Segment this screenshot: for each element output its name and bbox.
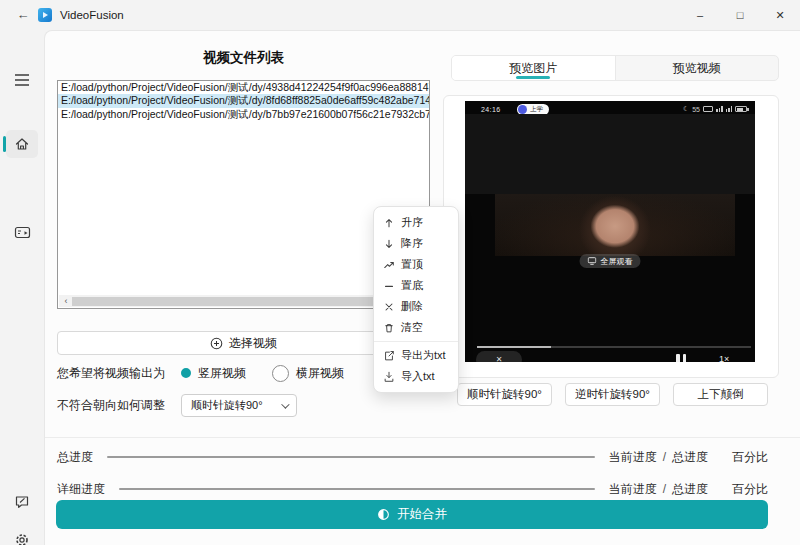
signal-icon-2 [726,106,733,112]
badge-logo-icon [518,105,527,114]
detail-progress-row: 详细进度 当前进度 / 总进度 百分比 [57,481,768,497]
arrow-down-icon [383,238,395,250]
fullscreen-pill-label: 全屏观看 [601,256,633,267]
plus-circle-icon [210,337,223,350]
menu-item-import-txt[interactable]: 导入txt [374,366,458,387]
current-progress-text: 当前进度 [609,481,657,498]
pause-icon [676,354,686,362]
detail-progress-label: 详细进度 [57,481,105,498]
total-progress-track [107,456,595,458]
menu-item-move-bottom[interactable]: 置底 [374,275,458,296]
hd-icon [703,106,713,112]
menu-label: 导入txt [401,369,435,384]
app-title: VideoFusion [60,9,124,21]
menu-label: 置顶 [401,257,423,272]
radio-landscape-label: 横屏视频 [296,365,344,382]
video-progress-bar [477,346,751,348]
menu-item-delete[interactable]: 删除 [374,296,458,317]
menu-separator [374,341,458,342]
menu-label: 升序 [401,215,423,230]
phone-clock: 24:16 [481,106,501,113]
app-logo-icon [38,8,52,22]
active-tab-underline [516,76,550,79]
orientation-adjust-row: 不符合朝向如何调整 顺时针旋转90° [57,394,297,417]
file-row[interactable]: E:/load/python/Project/VideoFusion/测试/dy… [58,81,429,94]
percent-text: 百分比 [732,481,768,498]
menu-label: 置底 [401,278,423,293]
menu-label: 删除 [401,299,423,314]
trash-icon [383,322,395,334]
total-progress-text: 总进度 [672,449,708,466]
merge-eye-icon [377,508,390,521]
scrollbar-thumb[interactable] [72,297,404,306]
chevron-down-icon [281,400,289,408]
file-list-title: 视频文件列表 [57,49,430,67]
slash-text: / [663,450,666,464]
rotate-buttons-row: 顺时针旋转90° 逆时针旋转90° 上下颠倒 [457,383,768,406]
menu-item-sort-asc[interactable]: 升序 [374,212,458,233]
start-merge-button[interactable]: 开始合并 [56,500,768,529]
close-button[interactable]: ✕ [760,0,800,30]
preview-card: 24:16 上学 ☾ 55 全屏观看 ✕ 1× [443,95,779,378]
radio-checked-icon[interactable] [181,368,191,378]
tab-preview-image-label: 预览图片 [509,60,557,77]
rotate-ccw-button[interactable]: 逆时针旋转90° [565,383,660,406]
video-preview-image: 24:16 上学 ☾ 55 全屏观看 ✕ 1× [465,101,755,362]
x-icon [383,301,395,313]
back-arrow-icon[interactable]: ← [14,6,32,24]
radio-landscape[interactable]: 横屏视频 [272,365,344,382]
rotation-dropdown-value: 顺时针旋转90° [191,398,263,413]
export-icon [383,350,395,362]
detail-progress-track [119,488,595,490]
total-progress-text: 总进度 [672,481,708,498]
select-video-label: 选择视频 [229,335,277,352]
menu-label: 导出为txt [401,348,446,363]
menu-item-sort-desc[interactable]: 降序 [374,233,458,254]
close-glyph: ✕ [496,355,503,362]
radio-portrait[interactable]: 竖屏视频 [181,365,246,382]
menu-item-move-top[interactable]: 置顶 [374,254,458,275]
video-frame-person [495,194,735,256]
flip-vertical-button[interactable]: 上下颠倒 [673,383,768,406]
file-row-selected[interactable]: E:/load/python/Project/VideoFusion/测试/dy… [58,94,429,107]
radio-unchecked-icon[interactable] [272,365,289,382]
hamburger-menu-icon[interactable] [0,66,44,94]
app-window: ← VideoFusion – □ ✕ 视频文件列表 E:/load [0,0,800,545]
menu-item-clear[interactable]: 清空 [374,317,458,338]
moon-icon: ☾ [683,105,689,113]
feedback-icon[interactable] [0,488,44,516]
signal-icon [716,106,723,112]
trend-up-icon [383,259,395,271]
current-progress-text: 当前进度 [609,449,657,466]
output-orientation-row: 您希望将视频输出为 竖屏视频 横屏视频 [57,362,370,384]
dash-icon [383,280,395,292]
video-frame-dark-area [465,114,755,194]
arrow-up-icon [383,217,395,229]
scroll-left-arrow-icon[interactable]: ‹ [61,295,71,307]
fullscreen-pill: 全屏观看 [580,254,641,268]
battery-icon [735,106,747,112]
menu-item-export-txt[interactable]: 导出为txt [374,345,458,366]
tab-preview-image[interactable]: 预览图片 [452,56,615,80]
rotate-cw-button[interactable]: 顺时针旋转90° [457,383,552,406]
playback-speed-label: 1× [719,354,729,362]
total-progress-row: 总进度 当前进度 / 总进度 百分比 [57,449,768,465]
file-row[interactable]: E:/load/python/Project/VideoFusion/测试/dy… [58,108,429,121]
orientation-question-label: 不符合朝向如何调整 [57,397,165,414]
start-merge-label: 开始合并 [397,506,447,523]
badge-text: 上学 [530,105,543,114]
minimize-button[interactable]: – [680,0,720,30]
maximize-button[interactable]: □ [720,0,760,30]
menu-label: 降序 [401,236,423,251]
percent-text: 百分比 [732,449,768,466]
home-icon[interactable] [0,130,44,158]
window-controls: – □ ✕ [680,0,800,30]
rotation-dropdown[interactable]: 顺时针旋转90° [181,394,297,417]
settings-gear-icon[interactable] [0,526,44,545]
video-tool-icon[interactable] [0,218,44,246]
preview-tabbar: 预览图片 预览视频 [451,55,779,81]
context-menu: 升序 降序 置顶 置底 删除 清空 导出为txt 导入txt [373,206,459,393]
clear-screen-pill: ✕ [476,351,522,362]
tab-preview-video[interactable]: 预览视频 [615,56,779,80]
output-question-label: 您希望将视频输出为 [57,365,165,382]
